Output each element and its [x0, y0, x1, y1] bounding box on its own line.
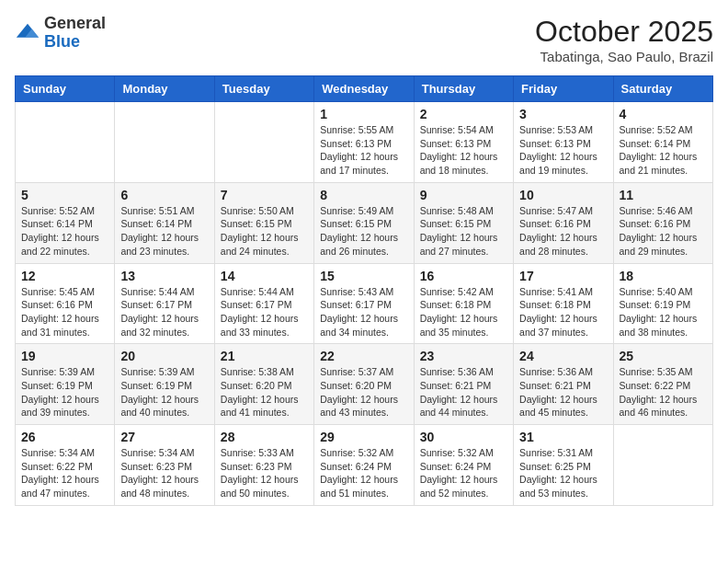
calendar-cell: 4Sunrise: 5:52 AM Sunset: 6:14 PM Daylig…: [613, 102, 712, 183]
calendar-cell: 10Sunrise: 5:47 AM Sunset: 6:16 PM Dayli…: [514, 182, 613, 263]
day-number: 3: [519, 107, 607, 121]
day-number: 31: [519, 430, 607, 444]
page-header: General Blue October 2025 Tabatinga, Sao…: [15, 15, 713, 64]
day-number: 4: [620, 107, 707, 121]
calendar-cell: 19Sunrise: 5:39 AM Sunset: 6:19 PM Dayli…: [16, 344, 115, 425]
calendar-cell: 5Sunrise: 5:52 AM Sunset: 6:14 PM Daylig…: [16, 182, 115, 263]
logo-icon: [15, 20, 40, 46]
calendar-cell: 3Sunrise: 5:53 AM Sunset: 6:13 PM Daylig…: [514, 102, 613, 183]
day-number: 12: [21, 269, 108, 283]
day-number: 15: [320, 269, 407, 283]
day-info: Sunrise: 5:52 AM Sunset: 6:14 PM Dayligh…: [620, 123, 707, 178]
weekday-header: Saturday: [613, 76, 712, 102]
weekday-header: Monday: [115, 76, 214, 102]
calendar-cell: 30Sunrise: 5:32 AM Sunset: 6:24 PM Dayli…: [414, 425, 513, 506]
calendar-cell: 7Sunrise: 5:50 AM Sunset: 6:15 PM Daylig…: [214, 182, 313, 263]
day-info: Sunrise: 5:46 AM Sunset: 6:16 PM Dayligh…: [620, 204, 707, 259]
calendar-cell: 21Sunrise: 5:38 AM Sunset: 6:20 PM Dayli…: [214, 344, 313, 425]
calendar-cell: 29Sunrise: 5:32 AM Sunset: 6:24 PM Dayli…: [314, 425, 414, 506]
day-number: 17: [519, 269, 607, 283]
logo-general: General: [44, 15, 106, 33]
day-info: Sunrise: 5:41 AM Sunset: 6:18 PM Dayligh…: [519, 285, 607, 339]
day-number: 30: [420, 430, 507, 444]
weekday-header: Tuesday: [214, 76, 313, 102]
day-info: Sunrise: 5:34 AM Sunset: 6:23 PM Dayligh…: [120, 446, 208, 500]
day-info: Sunrise: 5:55 AM Sunset: 6:13 PM Dayligh…: [320, 123, 407, 178]
day-info: Sunrise: 5:35 AM Sunset: 6:22 PM Dayligh…: [620, 365, 707, 419]
calendar-cell: 13Sunrise: 5:44 AM Sunset: 6:17 PM Dayli…: [115, 263, 214, 344]
calendar-cell: 28Sunrise: 5:33 AM Sunset: 6:23 PM Dayli…: [214, 425, 313, 506]
day-info: Sunrise: 5:52 AM Sunset: 6:14 PM Dayligh…: [21, 204, 108, 259]
day-info: Sunrise: 5:49 AM Sunset: 6:15 PM Dayligh…: [320, 204, 407, 259]
calendar-cell: 12Sunrise: 5:45 AM Sunset: 6:16 PM Dayli…: [16, 263, 115, 344]
calendar-cell: 26Sunrise: 5:34 AM Sunset: 6:22 PM Dayli…: [16, 425, 115, 506]
day-number: 19: [21, 349, 108, 363]
day-number: 24: [519, 349, 607, 363]
day-number: 8: [320, 188, 407, 202]
day-info: Sunrise: 5:43 AM Sunset: 6:17 PM Dayligh…: [320, 285, 407, 339]
logo-blue: Blue: [44, 33, 106, 52]
calendar-cell: 22Sunrise: 5:37 AM Sunset: 6:20 PM Dayli…: [314, 344, 414, 425]
day-number: 22: [320, 349, 407, 363]
calendar-cell: 11Sunrise: 5:46 AM Sunset: 6:16 PM Dayli…: [613, 182, 712, 263]
day-number: 28: [221, 430, 308, 444]
day-info: Sunrise: 5:47 AM Sunset: 6:16 PM Dayligh…: [519, 204, 607, 259]
calendar-header-row: SundayMondayTuesdayWednesdayThursdayFrid…: [16, 76, 713, 102]
day-info: Sunrise: 5:38 AM Sunset: 6:20 PM Dayligh…: [221, 365, 308, 419]
weekday-header: Thursday: [414, 76, 513, 102]
day-info: Sunrise: 5:51 AM Sunset: 6:14 PM Dayligh…: [120, 204, 208, 259]
calendar-week-row: 26Sunrise: 5:34 AM Sunset: 6:22 PM Dayli…: [16, 425, 713, 506]
day-number: 2: [420, 107, 507, 121]
day-number: 6: [120, 188, 208, 202]
calendar-cell: 2Sunrise: 5:54 AM Sunset: 6:13 PM Daylig…: [414, 102, 513, 183]
logo: General Blue: [15, 15, 106, 52]
calendar-cell: 9Sunrise: 5:48 AM Sunset: 6:15 PM Daylig…: [414, 182, 513, 263]
day-info: Sunrise: 5:48 AM Sunset: 6:15 PM Dayligh…: [420, 204, 507, 259]
calendar-week-row: 19Sunrise: 5:39 AM Sunset: 6:19 PM Dayli…: [16, 344, 713, 425]
day-info: Sunrise: 5:37 AM Sunset: 6:20 PM Dayligh…: [320, 365, 407, 419]
calendar-week-row: 5Sunrise: 5:52 AM Sunset: 6:14 PM Daylig…: [16, 182, 713, 263]
day-info: Sunrise: 5:34 AM Sunset: 6:22 PM Dayligh…: [21, 446, 108, 500]
day-info: Sunrise: 5:32 AM Sunset: 6:24 PM Dayligh…: [320, 446, 407, 500]
calendar-cell: [613, 425, 712, 506]
calendar-cell: 15Sunrise: 5:43 AM Sunset: 6:17 PM Dayli…: [314, 263, 414, 344]
calendar-cell: 23Sunrise: 5:36 AM Sunset: 6:21 PM Dayli…: [414, 344, 513, 425]
day-info: Sunrise: 5:33 AM Sunset: 6:23 PM Dayligh…: [221, 446, 308, 500]
day-number: 29: [320, 430, 407, 444]
calendar-cell: 25Sunrise: 5:35 AM Sunset: 6:22 PM Dayli…: [613, 344, 712, 425]
calendar-cell: 24Sunrise: 5:36 AM Sunset: 6:21 PM Dayli…: [514, 344, 613, 425]
calendar-cell: 1Sunrise: 5:55 AM Sunset: 6:13 PM Daylig…: [314, 102, 414, 183]
day-number: 9: [420, 188, 507, 202]
day-number: 7: [221, 188, 308, 202]
calendar-cell: 6Sunrise: 5:51 AM Sunset: 6:14 PM Daylig…: [115, 182, 214, 263]
day-info: Sunrise: 5:39 AM Sunset: 6:19 PM Dayligh…: [21, 365, 108, 419]
calendar-cell: 20Sunrise: 5:39 AM Sunset: 6:19 PM Dayli…: [115, 344, 214, 425]
calendar-cell: [16, 102, 115, 183]
day-info: Sunrise: 5:44 AM Sunset: 6:17 PM Dayligh…: [221, 285, 308, 339]
logo-text: General Blue: [44, 15, 106, 52]
calendar-cell: 18Sunrise: 5:40 AM Sunset: 6:19 PM Dayli…: [613, 263, 712, 344]
day-number: 25: [620, 349, 707, 363]
calendar-cell: 8Sunrise: 5:49 AM Sunset: 6:15 PM Daylig…: [314, 182, 414, 263]
day-number: 14: [221, 269, 308, 283]
day-info: Sunrise: 5:40 AM Sunset: 6:19 PM Dayligh…: [620, 285, 707, 339]
day-number: 5: [21, 188, 108, 202]
day-number: 23: [420, 349, 507, 363]
day-info: Sunrise: 5:44 AM Sunset: 6:17 PM Dayligh…: [120, 285, 208, 339]
day-number: 11: [620, 188, 707, 202]
location-subtitle: Tabatinga, Sao Paulo, Brazil: [535, 49, 713, 64]
day-number: 1: [320, 107, 407, 121]
calendar-week-row: 12Sunrise: 5:45 AM Sunset: 6:16 PM Dayli…: [16, 263, 713, 344]
day-number: 13: [120, 269, 208, 283]
day-number: 21: [221, 349, 308, 363]
weekday-header: Friday: [514, 76, 613, 102]
calendar-week-row: 1Sunrise: 5:55 AM Sunset: 6:13 PM Daylig…: [16, 102, 713, 183]
day-info: Sunrise: 5:45 AM Sunset: 6:16 PM Dayligh…: [21, 285, 108, 339]
weekday-header: Wednesday: [314, 76, 414, 102]
day-info: Sunrise: 5:36 AM Sunset: 6:21 PM Dayligh…: [519, 365, 607, 419]
calendar-cell: 17Sunrise: 5:41 AM Sunset: 6:18 PM Dayli…: [514, 263, 613, 344]
calendar-cell: [214, 102, 313, 183]
day-number: 18: [620, 269, 707, 283]
calendar-cell: [115, 102, 214, 183]
day-info: Sunrise: 5:39 AM Sunset: 6:19 PM Dayligh…: [120, 365, 208, 419]
